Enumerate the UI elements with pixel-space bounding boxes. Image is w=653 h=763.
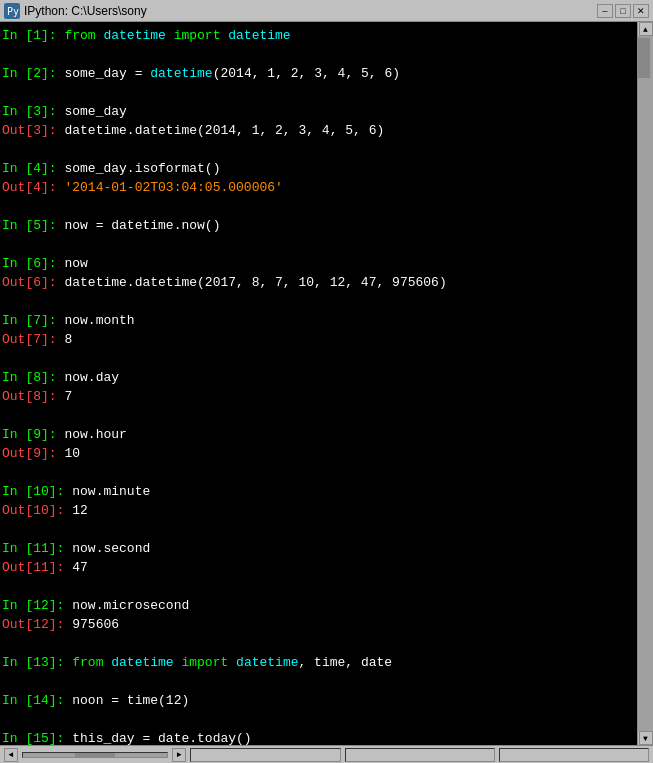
console-content[interactable]: In [1]: from datetime import datetime In… — [0, 22, 637, 745]
console-line — [2, 45, 635, 64]
prompt-out: Out[10]: — [2, 503, 64, 518]
console-line — [2, 463, 635, 482]
console-line: In [8]: now.day — [2, 368, 635, 387]
scroll-left-button[interactable]: ◄ — [4, 748, 18, 762]
console-line: Out[8]: 7 — [2, 387, 635, 406]
status-segment-2 — [345, 748, 495, 762]
console-line — [2, 672, 635, 691]
prompt-in: In [5]: — [2, 218, 57, 233]
token: 10 — [64, 446, 80, 461]
token: datetime.datetime(2014, 1, 2, 3, 4, 5, 6… — [64, 123, 384, 138]
token: now.hour — [64, 427, 126, 442]
scroll-down-button[interactable]: ▼ — [639, 731, 653, 745]
title-bar-left: Py IPython: C:\Users\sony — [4, 3, 147, 19]
console-line: Out[12]: 975606 — [2, 615, 635, 634]
token: 47 — [72, 560, 88, 575]
scroll-track[interactable] — [638, 36, 653, 731]
token: now — [64, 256, 87, 271]
maximize-button[interactable]: □ — [615, 4, 631, 18]
token: import — [181, 655, 236, 670]
console-line: In [11]: now.second — [2, 539, 635, 558]
console-line: In [2]: some_day = datetime(2014, 1, 2, … — [2, 64, 635, 83]
token: , — [322, 66, 338, 81]
token: this_day = date.today() — [72, 731, 251, 745]
token: , — [299, 66, 315, 81]
token: import — [174, 28, 229, 43]
token: datetime.datetime(2017, 8, 7, 10, 12, 47… — [64, 275, 446, 290]
token: now.second — [72, 541, 150, 556]
console-line: Out[6]: datetime.datetime(2017, 8, 7, 10… — [2, 273, 635, 292]
token: 975606 — [72, 617, 119, 632]
svg-text:Py: Py — [7, 6, 19, 17]
console-line: In [4]: some_day.isoformat() — [2, 159, 635, 178]
python-icon: Py — [4, 3, 20, 19]
prompt-in: In [7]: — [2, 313, 57, 328]
prompt-out: Out[4]: — [2, 180, 57, 195]
prompt-in: In [14]: — [2, 693, 64, 708]
scroll-thumb[interactable] — [638, 38, 650, 78]
prompt-in: In [10]: — [2, 484, 64, 499]
console-line — [2, 83, 635, 102]
prompt-out: Out[6]: — [2, 275, 57, 290]
token: from — [72, 655, 111, 670]
console-line: In [14]: noon = time(12) — [2, 691, 635, 710]
prompt-out: Out[3]: — [2, 123, 57, 138]
console-line: In [9]: now.hour — [2, 425, 635, 444]
scroll-up-button[interactable]: ▲ — [639, 22, 653, 36]
window-title: IPython: C:\Users\sony — [24, 4, 147, 18]
console-line: In [6]: now — [2, 254, 635, 273]
console-line: Out[3]: datetime.datetime(2014, 1, 2, 3,… — [2, 121, 635, 140]
prompt-out: Out[9]: — [2, 446, 57, 461]
console-line — [2, 710, 635, 729]
token: , — [252, 66, 268, 81]
minimize-button[interactable]: – — [597, 4, 613, 18]
console-line — [2, 520, 635, 539]
prompt-in: In [9]: — [2, 427, 57, 442]
console-line — [2, 406, 635, 425]
token: from — [64, 28, 103, 43]
console-line: Out[11]: 47 — [2, 558, 635, 577]
prompt-in: In [15]: — [2, 731, 64, 745]
token: 12 — [72, 503, 88, 518]
token: 3 — [314, 66, 322, 81]
prompt-in: In [3]: — [2, 104, 57, 119]
console-line — [2, 349, 635, 368]
console-line: In [10]: now.minute — [2, 482, 635, 501]
close-button[interactable]: ✕ — [633, 4, 649, 18]
prompt-out: Out[11]: — [2, 560, 64, 575]
console-line: Out[10]: 12 — [2, 501, 635, 520]
console-line — [2, 577, 635, 596]
console-line: Out[7]: 8 — [2, 330, 635, 349]
console-line: In [15]: this_day = date.today() — [2, 729, 635, 745]
token: some_day = — [64, 66, 150, 81]
token: 8 — [64, 332, 72, 347]
token: some_day — [64, 104, 126, 119]
console-line: In [12]: now.microsecond — [2, 596, 635, 615]
token: datetime — [150, 66, 212, 81]
status-bar: ◄ ► — [0, 745, 653, 763]
token: noon = time(12) — [72, 693, 189, 708]
prompt-out: Out[8]: — [2, 389, 57, 404]
scroll-right-button[interactable]: ► — [172, 748, 186, 762]
console-line: In [3]: some_day — [2, 102, 635, 121]
status-segment-3 — [499, 748, 649, 762]
window: Py IPython: C:\Users\sony – □ ✕ In [1]: … — [0, 0, 653, 763]
token: now.minute — [72, 484, 150, 499]
token: , — [369, 66, 385, 81]
vertical-scrollbar[interactable]: ▲ ▼ — [637, 22, 653, 745]
token: now.microsecond — [72, 598, 189, 613]
prompt-in: In [13]: — [2, 655, 64, 670]
console-line — [2, 292, 635, 311]
prompt-out: Out[7]: — [2, 332, 57, 347]
console-line: In [5]: now = datetime.now() — [2, 216, 635, 235]
horizontal-scroll-thumb[interactable] — [75, 753, 115, 757]
console-line: Out[9]: 10 — [2, 444, 635, 463]
prompt-out: Out[12]: — [2, 617, 64, 632]
title-bar: Py IPython: C:\Users\sony – □ ✕ — [0, 0, 653, 22]
console-line — [2, 235, 635, 254]
console-line: In [7]: now.month — [2, 311, 635, 330]
token: 1 — [267, 66, 275, 81]
token: now.day — [64, 370, 119, 385]
horizontal-scrollbar-track[interactable] — [22, 752, 168, 758]
token: datetime — [103, 28, 173, 43]
